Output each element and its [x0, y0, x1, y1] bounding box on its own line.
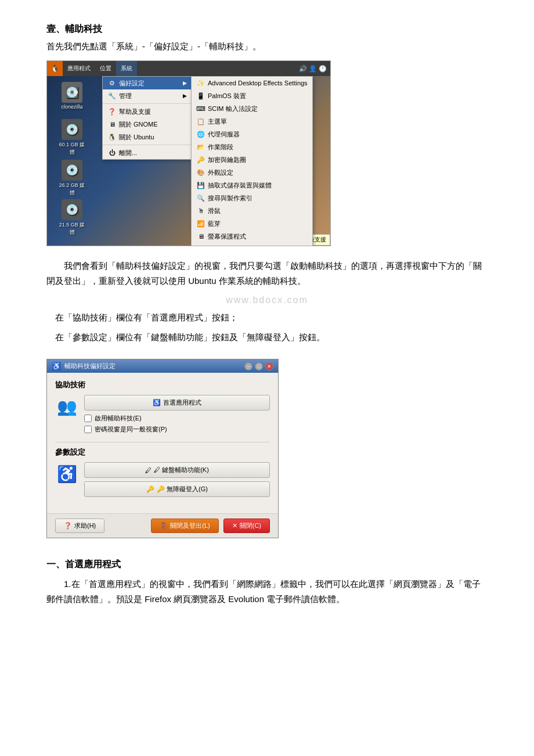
enable-assistive-label: 啟用輔助科技(E) — [95, 414, 142, 423]
screenshot1: 💽 clonezilla 💿 60.1 GB 媒體 💿 26.2 GB 媒體 💿… — [46, 60, 331, 246]
dialog-footer: ❓ 求助(H) 🚪 關閉及登出(L) ✕ 關閉(C) — [47, 513, 278, 538]
password-window-label: 密碼視窗是同一般視窗(P) — [95, 425, 167, 434]
dialog-titlebar: ♿ 輔助科技偏好設定 – □ ✕ — [47, 359, 278, 373]
preferences-submenu: ✨ Advanced Desktop Effects Settings 📱 Pa… — [191, 76, 313, 246]
arrow-icon: ▶ — [183, 80, 187, 86]
search-icon: 🔍 — [196, 193, 205, 203]
admin-icon: 🔧 — [107, 91, 117, 100]
taskbar: 🐧 應用程式 位置 系統 🔊 👤 🕐 — [47, 61, 330, 76]
subsection-title: 一、首選應用程式 — [46, 559, 488, 571]
submenu-item-palmos[interactable]: 📱 PalmOS 裝置 — [192, 89, 312, 102]
password-window-checkbox[interactable] — [84, 426, 92, 433]
menu-item-about-gnome[interactable]: 🖥 關於 GNOME — [103, 118, 192, 131]
accessibility-login-button[interactable]: 🔑 🔑 無障礙登入(G) — [84, 481, 270, 497]
close-title-button[interactable]: ✕ — [265, 362, 273, 370]
titlebar-buttons: – □ ✕ — [244, 362, 273, 370]
watermark: www.bdocx.com — [46, 295, 488, 305]
desktop-icon-disk2: 💿 26.2 GB 媒體 — [52, 160, 92, 197]
submenu-item-appearance[interactable]: 🎨 外觀設定 — [192, 166, 312, 179]
system-dropdown: ⚙ 偏好設定 ▶ 🔧 管理 ▶ ❓ 幫助及支援 🖥 關於 GNOME 🐧 關於 … — [102, 76, 192, 160]
dialog-body: 協助技術 👥 ♿ 首選應用程式 啟用輔助科技(E) 密碼視窗是同一般視窗(P) — [47, 373, 278, 513]
sub-body-text: 1.在「首選應用程式」的視窗中，我們看到「網際網路」標籤中，我們可以在此選擇「網… — [46, 577, 488, 606]
section-assistive: 協助技術 — [55, 380, 270, 390]
maximize-button[interactable]: □ — [255, 362, 263, 370]
proxy-icon: 🌐 — [196, 129, 205, 139]
keyring-icon: 🔑 — [196, 155, 205, 164]
desktop-icon-disk1: 💿 60.1 GB 媒體 — [52, 119, 92, 156]
submenu-item-main-menu[interactable]: 📋 主選單 — [192, 115, 312, 128]
params-icon: ♿ — [55, 462, 78, 485]
dialog-title: 輔助科技偏好設定 — [64, 362, 116, 370]
keyboard-assist-button[interactable]: 🖊 🖊 鍵盤輔助功能(K) — [84, 462, 270, 478]
menu-divider2 — [103, 145, 192, 145]
arrow-icon-admin: ▶ — [183, 93, 187, 99]
submenu-item-proxy[interactable]: 🌐 代理伺服器 — [192, 128, 312, 141]
places-menu[interactable]: 位置 — [95, 61, 116, 76]
accessibility-login-icon: 🔑 — [146, 485, 154, 493]
palmos-icon: 📱 — [196, 91, 205, 100]
ubuntu-menu-icon: 🐧 — [107, 132, 117, 142]
ubuntu-icon[interactable]: 🐧 — [47, 61, 63, 76]
icon-row-params: ♿ 🖊 🖊 鍵盤輔助功能(K) 🔑 🔑 無障礙登入(G) — [55, 462, 270, 501]
help-btn-icon: ❓ — [64, 522, 72, 530]
submenu-item-bluetooth[interactable]: 📶 藍芽 — [192, 217, 312, 230]
dialog-content-params: 🖊 🖊 鍵盤輔助功能(K) 🔑 🔑 無障礙登入(G) — [84, 462, 270, 501]
logout-btn-icon: 🚪 — [160, 522, 168, 530]
section-params: 參數設定 — [55, 447, 270, 458]
preferences-icon: ⚙ — [107, 78, 117, 88]
menu-item-admin[interactable]: 🔧 管理 ▶ — [103, 89, 192, 102]
mouse-icon: 🖱 — [196, 206, 205, 215]
logout-icon: ⏻ — [107, 148, 117, 157]
dialog-separator — [55, 442, 270, 442]
scim-icon: ⌨ — [196, 104, 205, 113]
submenu-item-removable[interactable]: 💾 抽取式儲存裝置與媒體 — [192, 179, 312, 192]
submenu-item-screensaver[interactable]: 🖥 螢幕保護程式 — [192, 230, 312, 243]
intro-text: 首先我們先點選「系統」-「偏好設定」-「輔助科技」。 — [46, 41, 488, 52]
enable-assistive-checkbox[interactable] — [84, 415, 92, 422]
system-menu[interactable]: 系統 — [116, 61, 137, 76]
submenu-item-mouse[interactable]: 🖱 滑鼠 — [192, 204, 312, 217]
submenu-item-advanced[interactable]: ✨ Advanced Desktop Effects Settings — [192, 77, 312, 89]
checkbox-row-password: 密碼視窗是同一般視窗(P) — [84, 425, 270, 434]
menu-item-help[interactable]: ❓ 幫助及支援 — [103, 105, 192, 118]
session-icon: 📂 — [196, 142, 205, 152]
preferred-apps-button[interactable]: ♿ 首選應用程式 — [84, 395, 270, 411]
keyboard-icon: 🖊 — [145, 467, 151, 474]
menu-item-about-ubuntu[interactable]: 🐧 關於 Ubuntu — [103, 131, 192, 143]
desktop-icon-disk3: 💿 21.5 GB 媒體 — [52, 199, 92, 236]
screensaver-icon: 🖥 — [196, 232, 205, 241]
resolution-icon: 📺 — [196, 244, 205, 246]
help-icon: ❓ — [107, 107, 117, 116]
menu-divider1 — [103, 103, 192, 104]
desktop-icon-clonezilla: 💽 clonezilla — [52, 82, 92, 110]
submenu-item-session[interactable]: 📂 作業階段 — [192, 141, 312, 153]
gnome-icon: 🖥 — [107, 120, 117, 129]
help-button[interactable]: ❓ 求助(H) — [55, 519, 104, 533]
body-text-2: 在「協助技術」欄位有「首選應用程式」按鈕； — [46, 310, 488, 325]
advanced-effects-icon: ✨ — [196, 78, 205, 88]
section-title: 壹、輔助科技 — [46, 23, 488, 35]
bluetooth-icon: 📶 — [196, 219, 205, 228]
assistive-icon: 👥 — [55, 395, 78, 418]
logout-button[interactable]: 🚪 關閉及登出(L) — [151, 519, 218, 533]
main-menu-icon: 📋 — [196, 117, 205, 126]
dialog-icon: ♿ — [52, 362, 61, 370]
checkbox-row-enable: 啟用輔助科技(E) — [84, 414, 270, 423]
submenu-item-scim[interactable]: ⌨ SCIM 輸入法設定 — [192, 102, 312, 115]
removable-icon: 💾 — [196, 181, 205, 190]
submenu-item-resolution[interactable]: 📺 螢幕解析度 — [192, 243, 312, 246]
body-text-3: 在「參數設定」欄位有「鍵盤輔助功能」按鈕及「無障礙登入」按鈕。 — [46, 330, 488, 345]
minimize-button[interactable]: – — [244, 362, 252, 370]
dialog-content-assistive: ♿ 首選應用程式 啟用輔助科技(E) 密碼視窗是同一般視窗(P) — [84, 395, 270, 436]
submenu-item-search[interactable]: 🔍 搜尋與製作索引 — [192, 192, 312, 204]
body-text-1: 我們會看到「輔助科技偏好設定」的視窗，我們只要勾選「啟動輔助科技」的選項，再選擇… — [46, 258, 488, 288]
app-menu[interactable]: 應用程式 — [63, 61, 95, 76]
menu-item-logout[interactable]: ⏻ 離開... — [103, 146, 192, 159]
close-button[interactable]: ✕ 關閉(C) — [223, 519, 270, 533]
menu-item-preferences[interactable]: ⚙ 偏好設定 ▶ — [103, 77, 192, 89]
submenu-item-keyring[interactable]: 🔑 加密與鑰匙圈 — [192, 153, 312, 166]
appearance-icon: 🎨 — [196, 168, 205, 177]
taskbar-icons: 🔊 👤 🕐 — [299, 65, 327, 73]
preferred-apps-icon: ♿ — [153, 399, 161, 406]
screenshot2: ♿ 輔助科技偏好設定 – □ ✕ 協助技術 👥 ♿ 首選應用程式 — [46, 359, 279, 538]
